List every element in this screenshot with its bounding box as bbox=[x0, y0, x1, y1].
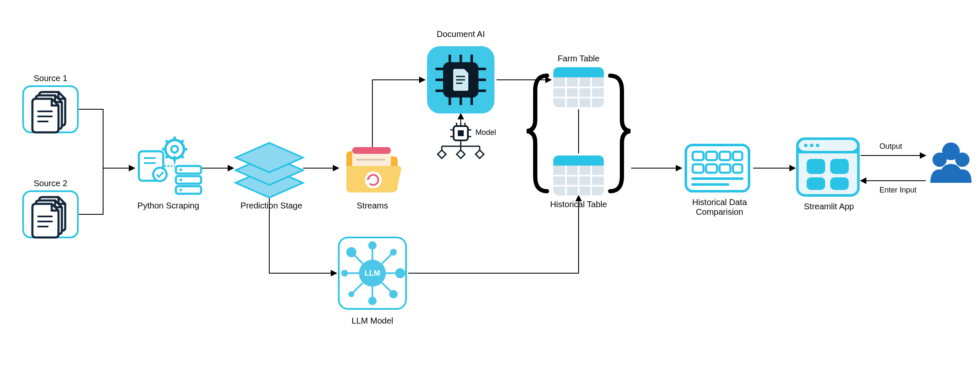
svg-point-19 bbox=[153, 168, 167, 181]
svg-point-80 bbox=[368, 297, 377, 305]
farm-table-icon bbox=[553, 67, 604, 107]
historical-table-icon bbox=[553, 156, 604, 195]
svg-point-117 bbox=[804, 144, 807, 147]
svg-rect-105 bbox=[706, 152, 717, 160]
svg-layer: LLM bbox=[0, 0, 980, 369]
svg-rect-89 bbox=[553, 72, 604, 77]
svg-point-84 bbox=[390, 249, 397, 256]
historical-table-label: Historical Table bbox=[543, 200, 614, 209]
svg-point-85 bbox=[348, 291, 354, 297]
diagram-canvas: LLM bbox=[0, 0, 980, 369]
svg-point-118 bbox=[810, 144, 813, 147]
svg-rect-107 bbox=[733, 152, 742, 160]
python-scraping-icon bbox=[139, 137, 201, 194]
svg-rect-121 bbox=[830, 159, 849, 174]
svg-rect-111 bbox=[733, 164, 742, 173]
model-label: Model bbox=[475, 128, 509, 137]
historical-data-comparison-label: Historical Data Comparision bbox=[682, 198, 757, 217]
enter-input-edge-label: Enter Input bbox=[879, 186, 930, 195]
source1-label: Source 1 bbox=[23, 74, 78, 83]
svg-rect-120 bbox=[807, 159, 825, 174]
svg-rect-123 bbox=[830, 177, 849, 190]
svg-point-81 bbox=[341, 270, 348, 277]
svg-point-83 bbox=[346, 247, 356, 257]
streams-folder-icon bbox=[346, 147, 401, 192]
svg-point-86 bbox=[389, 290, 398, 298]
svg-rect-110 bbox=[720, 164, 730, 173]
svg-point-79 bbox=[368, 241, 377, 250]
svg-rect-67 bbox=[475, 150, 484, 158]
svg-rect-65 bbox=[438, 150, 446, 158]
llm-model-icon: LLM bbox=[339, 237, 406, 309]
document-ai-icon bbox=[427, 46, 494, 113]
streamlit-app-icon bbox=[797, 139, 858, 195]
document-ai-label: Document AI bbox=[423, 29, 499, 39]
svg-rect-122 bbox=[807, 177, 825, 190]
svg-rect-104 bbox=[693, 152, 704, 160]
output-edge-label: Output bbox=[879, 142, 922, 151]
prediction-stage-icon bbox=[236, 143, 303, 198]
svg-rect-109 bbox=[706, 164, 717, 173]
svg-rect-108 bbox=[693, 164, 704, 173]
svg-point-9 bbox=[171, 146, 178, 153]
svg-point-27 bbox=[180, 189, 182, 191]
svg-point-26 bbox=[180, 179, 182, 181]
svg-rect-52 bbox=[458, 130, 464, 136]
svg-rect-114 bbox=[797, 139, 858, 195]
svg-point-126 bbox=[942, 142, 960, 160]
python-scraping-label: Python Scraping bbox=[126, 201, 210, 211]
farm-table-label: Farm Table bbox=[547, 54, 610, 63]
svg-rect-31 bbox=[352, 147, 391, 154]
documents-icon bbox=[23, 191, 78, 237]
documents-icon bbox=[23, 86, 78, 132]
svg-point-119 bbox=[816, 144, 819, 147]
users-icon bbox=[930, 142, 972, 183]
svg-point-82 bbox=[395, 268, 405, 278]
prediction-stage-label: Prediction Stage bbox=[231, 201, 311, 211]
svg-rect-66 bbox=[457, 150, 465, 158]
llm-model-label: LLM Model bbox=[339, 316, 406, 326]
streams-label: Streams bbox=[341, 201, 404, 211]
comparison-icon bbox=[686, 145, 749, 191]
source2-label: Source 2 bbox=[23, 179, 78, 188]
svg-point-25 bbox=[180, 169, 182, 171]
svg-text:LLM: LLM bbox=[365, 269, 380, 277]
svg-rect-97 bbox=[553, 161, 604, 166]
streamlit-app-label: Streamlit App bbox=[795, 202, 863, 211]
svg-rect-106 bbox=[720, 152, 730, 160]
